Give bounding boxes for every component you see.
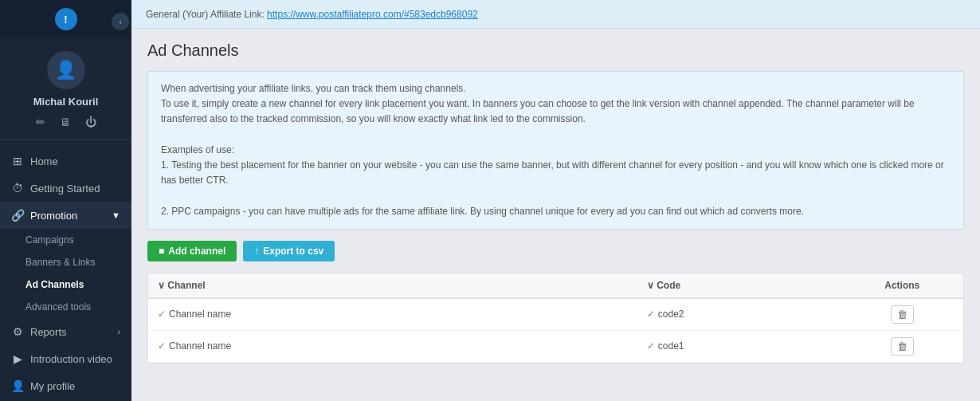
- sort-icon: ∨: [647, 280, 657, 291]
- channel-cell: ✓Channel name: [148, 298, 637, 331]
- main-content: General (Your) Affiliate Link: https://w…: [131, 0, 980, 401]
- check-icon: ✓: [158, 340, 166, 352]
- affiliate-link[interactable]: https://www.postaffiliatepro.com/#583edc…: [267, 9, 478, 20]
- delete-button[interactable]: 🗑: [891, 305, 914, 324]
- sidebar-item-intro-video[interactable]: ▶ Introduction video: [0, 345, 131, 372]
- home-icon: ⊞: [11, 155, 24, 167]
- chevron-right-icon: ›: [117, 327, 120, 336]
- sidebar-subitem-label: Ad Channels: [25, 279, 84, 290]
- add-channel-button[interactable]: ■ Add channel: [147, 241, 237, 261]
- info-text-4: 1. Testing the best placement for the ba…: [161, 158, 951, 188]
- table-header-row: ∨ Channel ∨ Code Actions: [148, 273, 963, 298]
- avatar-icon: 👤: [55, 60, 76, 81]
- user-actions: ✏ 🖥 ⏻: [6, 116, 125, 132]
- check-icon: ✓: [647, 309, 655, 320]
- sidebar-item-label: Promotion: [30, 210, 77, 222]
- plus-icon: ■: [159, 246, 164, 257]
- sidebar-item-getting-started[interactable]: ⏱ Getting Started: [0, 175, 131, 202]
- chevron-down-icon: ▼: [112, 210, 120, 220]
- check-icon: ✓: [647, 340, 655, 352]
- check-icon: ✓: [158, 309, 166, 320]
- sidebar-subitem-label: Campaigns: [25, 234, 74, 246]
- info-text-2: To use it, simply create a new channel f…: [161, 96, 951, 127]
- sidebar-subitem-label: Advanced tools: [25, 301, 91, 313]
- logo-text: !: [64, 14, 67, 26]
- info-examples-label: Examples of use:: [161, 143, 951, 158]
- page-title: Ad Channels: [147, 41, 964, 60]
- sidebar-item-banners-links[interactable]: Banners & Links: [0, 251, 131, 273]
- video-icon: ▶: [11, 352, 24, 365]
- export-csv-button[interactable]: ↑ Export to csv: [243, 241, 335, 261]
- actions-cell: 🗑: [841, 298, 963, 331]
- channels-table: ∨ Channel ∨ Code Actions ✓Channel name: [147, 273, 964, 364]
- table-row: ✓Channel name ✓code1 🗑: [148, 330, 963, 362]
- profile-icon: 👤: [11, 379, 24, 392]
- info-text-1: When advertising your affiliate links, y…: [161, 81, 951, 96]
- code-cell: ✓code2: [637, 298, 841, 331]
- sidebar-item-my-profile[interactable]: 👤 My profile: [0, 372, 131, 399]
- export-label: Export to csv: [263, 246, 323, 257]
- avatar: 👤: [47, 51, 85, 89]
- sidebar-item-label: Introduction video: [30, 353, 112, 365]
- top-bar: General (Your) Affiliate Link: https://w…: [131, 0, 980, 29]
- sidebar-item-reports[interactable]: ⚙ Reports ›: [0, 318, 131, 345]
- sidebar: ! 👤 Michal Kouril ✏ 🖥 ⏻ ⊞ Home ⏱ Getting…: [0, 0, 131, 401]
- col-header-channel[interactable]: ∨ Channel: [148, 273, 637, 298]
- affiliate-link-label: General (Your) Affiliate Link:: [146, 9, 265, 20]
- page-content: Ad Channels When advertising your affili…: [131, 29, 980, 401]
- sidebar-item-label: Reports: [30, 326, 67, 338]
- edit-icon[interactable]: ✏: [36, 116, 45, 128]
- col-header-code[interactable]: ∨ Code: [637, 273, 841, 298]
- add-channel-label: Add channel: [168, 246, 225, 257]
- nav-divider: [0, 143, 131, 144]
- reports-icon: ⚙: [11, 325, 24, 338]
- info-box: When advertising your affiliate links, y…: [147, 71, 964, 230]
- channel-cell: ✓Channel name: [148, 330, 637, 362]
- sidebar-item-label: Home: [30, 155, 58, 167]
- sidebar-item-label: Getting Started: [30, 183, 100, 195]
- user-name: Michal Kouril: [6, 96, 125, 108]
- info-text-5: 2. PPC campaigns - you can have multiple…: [161, 204, 951, 219]
- link-icon: 🔗: [11, 209, 24, 222]
- sidebar-subitem-label: Banners & Links: [25, 257, 95, 268]
- table-row: ✓Channel name ✓code2 🗑: [148, 298, 963, 331]
- sidebar-item-advanced-tools[interactable]: Advanced tools: [0, 296, 131, 318]
- sort-icon: ∨: [158, 280, 167, 291]
- sidebar-item-campaigns[interactable]: Campaigns: [0, 229, 131, 251]
- delete-button[interactable]: 🗑: [891, 337, 914, 356]
- actions-cell: 🗑: [841, 330, 963, 362]
- sidebar-item-home[interactable]: ⊞ Home: [0, 147, 131, 175]
- sidebar-logo: !: [55, 8, 77, 30]
- toolbar: ■ Add channel ↑ Export to csv: [147, 241, 964, 261]
- clock-icon: ⏱: [11, 182, 24, 195]
- user-section: 👤 Michal Kouril ✏ 🖥 ⏻: [0, 38, 131, 140]
- sidebar-item-promotion[interactable]: 🔗 Promotion ▼: [0, 202, 131, 229]
- code-cell: ✓code1: [637, 330, 841, 362]
- monitor-icon[interactable]: 🖥: [60, 116, 71, 128]
- col-header-actions: Actions: [841, 273, 963, 298]
- sidebar-item-label: My profile: [30, 380, 75, 392]
- sidebar-collapse-button[interactable]: ‹: [112, 13, 129, 30]
- sidebar-item-ad-channels[interactable]: Ad Channels: [0, 273, 131, 296]
- export-icon: ↑: [254, 246, 259, 257]
- power-icon[interactable]: ⏻: [85, 116, 96, 128]
